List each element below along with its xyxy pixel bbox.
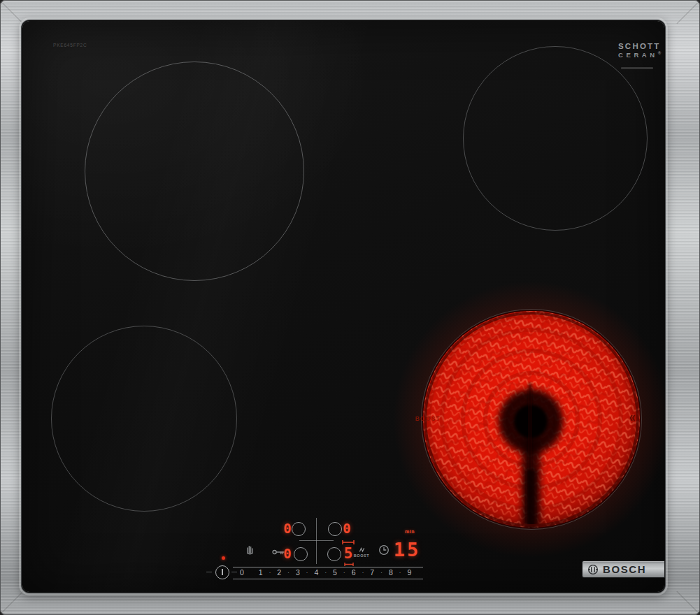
slider-level-3[interactable]: 3 [293,567,303,578]
frame-miter-top-left [0,1,23,24]
slider-separator-dot: · [358,567,368,577]
radiant-element-graphic [420,308,643,531]
slider-separator-dot: · [284,567,294,577]
cooktop: PKE645FP2C SCHOTT CERAN® [0,0,700,615]
burner-back-right [463,46,648,231]
main-switch-dash-left [206,572,212,572]
frame-miter-top-right [676,1,699,24]
frame-miter-bottom-left [0,591,23,614]
slider-level-8[interactable]: 8 [386,567,396,578]
schott-logo-line1: SCHOTT [618,42,660,50]
slider-level-4[interactable]: 4 [311,567,321,578]
schott-ceran-logo: SCHOTT CERAN® [618,42,660,59]
burner-front-right-active [420,308,643,531]
burner-front-left [51,326,237,512]
boost-key-label[interactable]: BOOST [350,554,373,558]
timer-value-display: 15 [392,539,422,560]
zone-select-key-front-right[interactable] [327,547,341,561]
extension-zone-marker: « [629,410,636,426]
slider-separator-dot: · [321,567,331,577]
main-power-button[interactable] [215,565,229,579]
slider-separator-dot: · [265,567,275,577]
ceran-microtext-line [621,67,653,69]
brand-logo-text: BOSCH [603,561,646,577]
slider-level-1[interactable]: 1 [256,567,266,578]
frame-miter-bottom-right [676,591,699,614]
zone-select-key-back-right[interactable] [328,522,342,536]
slider-separator-dot: · [339,567,349,577]
main-switch-icon [222,569,223,575]
zone-cross-divider-horizontal [299,540,334,541]
slider-level-6[interactable]: 6 [349,567,359,578]
power-slider[interactable]: 01·2·3·4·5·6·7·8·9 [233,567,423,579]
zone-select-key-back-left[interactable] [292,522,306,536]
timer-unit-label: min [400,529,420,534]
slider-level-2[interactable]: 2 [274,567,284,578]
power-indicator-dot [222,556,225,560]
slider-separator-dot: · [302,567,312,577]
zone-display-front-left: 0 [281,545,294,562]
slider-separator-dot: · [377,567,387,577]
zone-select-key-front-left[interactable] [294,547,308,561]
boost-icon[interactable] [359,546,365,553]
zone-bracket-marker-bottom [343,562,355,567]
slider-level-7[interactable]: 7 [367,567,377,578]
registered-mark: ® [658,51,661,55]
burner-back-left [85,62,304,281]
slider-level-0[interactable]: 0 [237,567,247,578]
slider-separator-dot: · [395,567,405,577]
slider-level-5[interactable]: 5 [330,567,340,578]
zone-cross-divider-vertical [316,518,317,564]
timer-clock-icon[interactable] [378,544,390,556]
brand-badge: BOSCH [583,561,664,577]
burner-boost-marking: BOOST [415,415,441,422]
slider-level-9[interactable]: 9 [404,567,414,578]
bosch-anchor-icon [587,564,599,575]
ceramic-glass-surface: PKE645FP2C SCHOTT CERAN® [22,21,664,592]
schott-logo-line2: CERAN® [618,51,660,59]
zone-display-back-right: 0 [341,520,353,537]
zone-bracket-marker-top [341,540,355,545]
model-number-label: PKE645FP2C [53,43,87,48]
wipe-protection-hand-icon[interactable] [244,544,255,555]
